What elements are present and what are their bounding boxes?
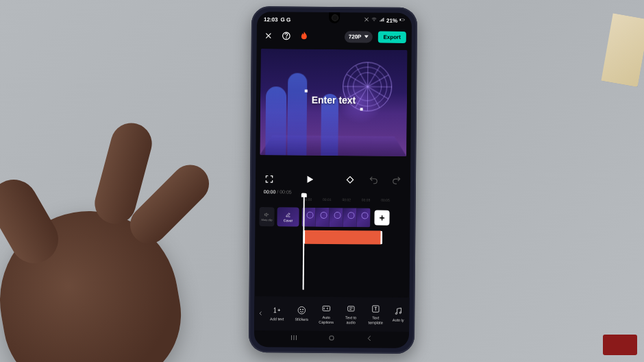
auto-captions-tool[interactable]: Auto Captions bbox=[314, 299, 338, 329]
phone-device: 12:03 G G 21% bbox=[249, 6, 417, 354]
text-template-tool[interactable]: Text template bbox=[364, 299, 387, 329]
wifi-icon bbox=[371, 16, 377, 23]
tool-label: Auto Captions bbox=[319, 315, 334, 324]
text-overlay-selection[interactable]: Enter text bbox=[308, 93, 360, 108]
human-hand bbox=[0, 115, 233, 362]
tool-label: Stickers bbox=[295, 317, 308, 322]
svg-point-0 bbox=[374, 21, 375, 22]
text-to-audio-tool[interactable]: Text to audio bbox=[339, 299, 362, 329]
battery-icon bbox=[399, 17, 405, 24]
mute-clip-button[interactable]: Mute clip bbox=[259, 207, 274, 226]
tool-label: Text template bbox=[369, 316, 383, 324]
video-preview[interactable]: Enter text bbox=[260, 49, 407, 156]
redo-button[interactable] bbox=[391, 175, 402, 186]
svg-point-8 bbox=[303, 309, 304, 310]
ruler-tick: 00:05 bbox=[381, 198, 390, 205]
ruler-tick: 00:02 bbox=[342, 197, 351, 204]
status-left: 12:03 G G bbox=[264, 16, 290, 23]
desk-surface: 12:03 G G 21% bbox=[0, 0, 644, 362]
recents-button[interactable] bbox=[289, 333, 299, 345]
camera-notch bbox=[329, 12, 340, 23]
android-nav-bar bbox=[254, 330, 409, 348]
playback-controls bbox=[256, 170, 410, 189]
stickers-tool[interactable]: Stickers bbox=[290, 298, 313, 328]
time-display: 00:00 / 00:05 bbox=[256, 188, 410, 195]
status-time: 12:03 bbox=[264, 16, 278, 23]
add-text-tool[interactable]: Add text bbox=[265, 298, 288, 328]
svg-point-6 bbox=[298, 307, 306, 315]
text-track-clip[interactable] bbox=[303, 230, 382, 245]
editor-top-toolbar: 720P Export bbox=[257, 25, 412, 47]
svg-point-13 bbox=[399, 312, 401, 313]
export-button[interactable]: Export bbox=[377, 31, 406, 43]
tool-label: Auto ly bbox=[393, 318, 404, 322]
phone-body: 12:03 G G 21% bbox=[249, 6, 417, 354]
auto-lyrics-tool[interactable]: Auto ly bbox=[388, 300, 408, 330]
svg-point-5 bbox=[286, 38, 287, 38]
cover-label: Cover bbox=[284, 218, 293, 222]
nfc-icon bbox=[364, 16, 369, 23]
undo-button[interactable] bbox=[368, 174, 379, 185]
video-track-row: Mute clip Cover + bbox=[255, 206, 410, 228]
desk-object bbox=[577, 9, 644, 87]
cover-button[interactable]: Cover bbox=[277, 207, 299, 226]
tool-back-button[interactable] bbox=[257, 300, 264, 327]
total-time: 00:05 bbox=[280, 189, 292, 194]
tool-strip: Add text Stickers Auto Captions Text to … bbox=[254, 296, 409, 332]
tool-label: Add text bbox=[270, 317, 284, 322]
home-button[interactable] bbox=[327, 333, 336, 346]
video-watermark bbox=[603, 335, 637, 355]
mute-label: Mute clip bbox=[261, 218, 272, 221]
export-label: Export bbox=[383, 34, 400, 40]
back-button[interactable] bbox=[364, 333, 374, 346]
keyframe-button[interactable] bbox=[345, 174, 356, 185]
svg-rect-10 bbox=[348, 306, 354, 311]
battery-text: 21% bbox=[386, 17, 397, 23]
flame-icon[interactable] bbox=[298, 30, 310, 43]
text-overlay: Enter text bbox=[312, 95, 356, 106]
phone-screen: 12:03 G G 21% bbox=[254, 12, 412, 348]
status-right: 21% bbox=[364, 16, 405, 24]
fullscreen-button[interactable] bbox=[264, 173, 275, 184]
resolution-label: 720P bbox=[349, 34, 362, 40]
timeline[interactable]: Mute clip Cover + bbox=[255, 204, 410, 298]
close-button[interactable] bbox=[262, 29, 275, 42]
video-clip[interactable] bbox=[301, 208, 370, 228]
svg-point-12 bbox=[395, 313, 397, 315]
ruler-tick: 00:03 bbox=[362, 197, 371, 204]
status-indicator: G G bbox=[280, 16, 290, 23]
svg-rect-2 bbox=[400, 19, 401, 21]
tool-label: Text to audio bbox=[345, 316, 356, 324]
svg-rect-14 bbox=[330, 336, 334, 340]
ruler-tick: 00:01 bbox=[323, 197, 332, 204]
play-button[interactable] bbox=[304, 174, 315, 185]
svg-rect-3 bbox=[404, 19, 405, 20]
add-clip-button[interactable]: + bbox=[374, 210, 389, 226]
signal-icon bbox=[379, 17, 384, 24]
svg-point-7 bbox=[300, 309, 301, 310]
help-button[interactable] bbox=[280, 29, 293, 42]
resolution-selector[interactable]: 720P bbox=[345, 31, 373, 43]
current-time: 00:00 bbox=[264, 189, 276, 194]
